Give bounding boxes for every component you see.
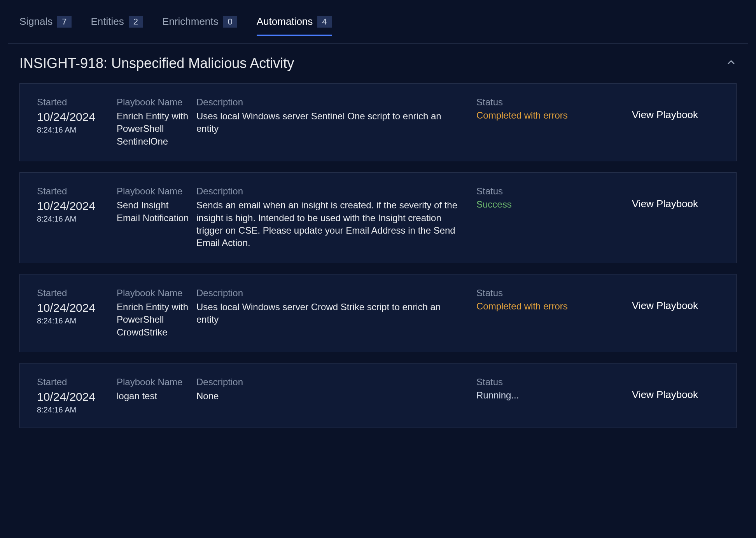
started-column: Started10/24/20248:24:16 AM [37, 377, 117, 414]
chevron-up-icon[interactable] [726, 57, 737, 70]
section-header: INSIGHT-918: Unspecified Malicious Activ… [8, 44, 748, 83]
view-playbook-link[interactable]: View Playbook [632, 288, 710, 313]
started-date: 10/24/2024 [37, 390, 117, 404]
status-value: Running... [476, 390, 632, 401]
playbook-name-label: Playbook Name [117, 186, 196, 197]
status-label: Status [476, 288, 632, 299]
started-label: Started [37, 288, 117, 299]
description-column: DescriptionUses local Windows server Cro… [196, 288, 476, 326]
playbook-column: Playbook NameEnrich Entity with PowerShe… [117, 288, 196, 339]
description-column: DescriptionSends an email when an insigh… [196, 186, 476, 250]
status-column: StatusCompleted with errors [476, 97, 632, 121]
started-column: Started10/24/20248:24:16 AM [37, 288, 117, 325]
status-column: StatusRunning... [476, 377, 632, 401]
playbook-column: Playbook Namelogan test [117, 377, 196, 402]
tab-label: Signals [19, 16, 52, 28]
automation-card: Started10/24/20248:24:16 AMPlaybook Name… [19, 363, 737, 428]
playbook-name-label: Playbook Name [117, 288, 196, 299]
description-label: Description [196, 377, 476, 388]
started-time: 8:24:16 AM [37, 405, 117, 414]
playbook-name: Enrich Entity with PowerShell SentinelOn… [117, 110, 196, 148]
playbook-name: Send Insight Email Notification [117, 199, 196, 224]
started-date: 10/24/2024 [37, 110, 117, 124]
tab-signals[interactable]: Signals7 [19, 16, 72, 36]
tab-count-badge: 0 [223, 16, 237, 28]
playbook-name-label: Playbook Name [117, 97, 196, 108]
status-value: Completed with errors [476, 301, 632, 312]
started-time: 8:24:16 AM [37, 316, 117, 325]
started-column: Started10/24/20248:24:16 AM [37, 186, 117, 224]
tab-count-badge: 4 [317, 16, 331, 28]
tab-count-badge: 2 [129, 16, 143, 28]
started-label: Started [37, 97, 117, 108]
playbook-name-label: Playbook Name [117, 377, 196, 388]
started-date: 10/24/2024 [37, 301, 117, 315]
started-time: 8:24:16 AM [37, 126, 117, 134]
playbook-column: Playbook NameEnrich Entity with PowerShe… [117, 97, 196, 148]
started-column: Started10/24/20248:24:16 AM [37, 97, 117, 134]
status-column: StatusCompleted with errors [476, 288, 632, 312]
description-label: Description [196, 288, 476, 299]
playbook-name: Enrich Entity with PowerShell CrowdStrik… [117, 301, 196, 339]
tab-enrichments[interactable]: Enrichments0 [162, 16, 237, 36]
tab-entities[interactable]: Entities2 [91, 16, 143, 36]
started-label: Started [37, 186, 117, 197]
description-label: Description [196, 186, 476, 197]
started-label: Started [37, 377, 117, 388]
status-value: Completed with errors [476, 110, 632, 121]
status-value: Success [476, 199, 632, 210]
view-playbook-link[interactable]: View Playbook [632, 186, 710, 211]
tab-automations[interactable]: Automations4 [257, 16, 332, 36]
started-date: 10/24/2024 [37, 199, 117, 213]
automation-card: Started10/24/20248:24:16 AMPlaybook Name… [19, 83, 737, 161]
tabs-bar: Signals7Entities2Enrichments0Automations… [8, 8, 748, 36]
status-column: StatusSuccess [476, 186, 632, 210]
playbook-column: Playbook NameSend Insight Email Notifica… [117, 186, 196, 224]
tab-label: Enrichments [162, 16, 219, 28]
automation-card: Started10/24/20248:24:16 AMPlaybook Name… [19, 172, 737, 263]
description-text: Sends an email when an insight is create… [196, 199, 476, 250]
description-label: Description [196, 97, 476, 108]
status-label: Status [476, 377, 632, 388]
automation-list: Started10/24/20248:24:16 AMPlaybook Name… [8, 83, 748, 428]
view-playbook-link[interactable]: View Playbook [632, 97, 710, 122]
tab-count-badge: 7 [57, 16, 71, 28]
description-text: Uses local Windows server Crowd Strike s… [196, 301, 476, 326]
description-column: DescriptionNone [196, 377, 476, 402]
description-text: None [196, 390, 476, 402]
description-column: DescriptionUses local Windows server Sen… [196, 97, 476, 135]
automation-card: Started10/24/20248:24:16 AMPlaybook Name… [19, 274, 737, 352]
status-label: Status [476, 97, 632, 108]
status-label: Status [476, 186, 632, 197]
tab-label: Entities [91, 16, 124, 28]
tab-label: Automations [257, 16, 313, 28]
started-time: 8:24:16 AM [37, 215, 117, 224]
description-text: Uses local Windows server Sentinel One s… [196, 110, 476, 135]
section-title: INSIGHT-918: Unspecified Malicious Activ… [19, 55, 294, 72]
playbook-name: logan test [117, 390, 196, 402]
view-playbook-link[interactable]: View Playbook [632, 377, 710, 402]
